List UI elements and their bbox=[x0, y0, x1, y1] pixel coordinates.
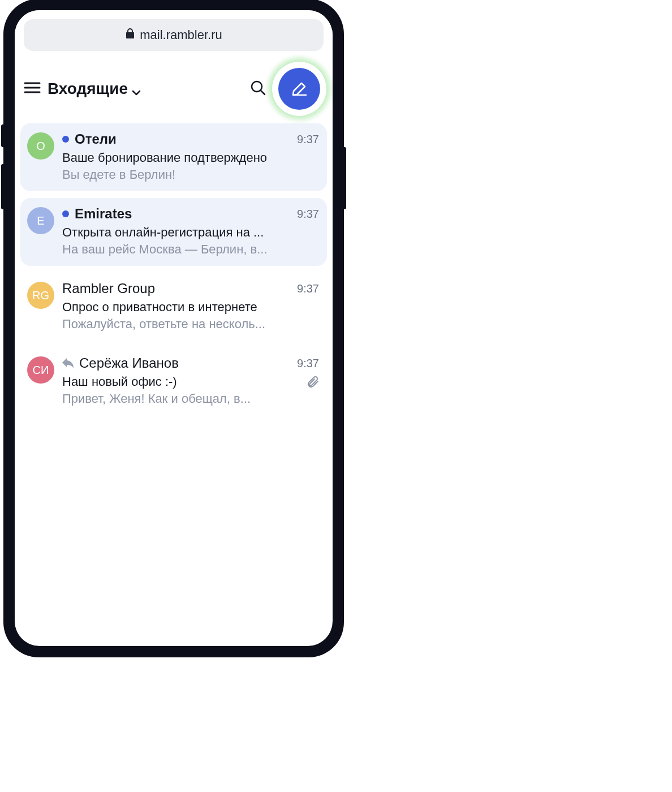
avatar: E bbox=[27, 207, 54, 234]
reply-icon bbox=[62, 358, 74, 368]
message-subject: Ваше бронирование подтверждено bbox=[62, 150, 319, 165]
folder-label: Входящие bbox=[48, 80, 128, 98]
message-subject: Наш новый офис :-) bbox=[62, 375, 319, 389]
subject-text: Открыта онлайн-регистрация на ... bbox=[62, 225, 319, 240]
browser-chrome: mail.rambler.ru bbox=[15, 10, 333, 57]
sender-name: Rambler Group bbox=[62, 281, 155, 296]
lock-icon bbox=[125, 28, 135, 42]
message-preview: Пожалуйста, ответьте на несколь... bbox=[62, 317, 319, 332]
sender-name: Серёжа Иванов bbox=[79, 355, 179, 371]
sender-name: Отели bbox=[75, 131, 117, 147]
address-url: mail.rambler.ru bbox=[140, 28, 222, 42]
message-body: Rambler Group9:37Опрос о приватности в и… bbox=[62, 281, 319, 332]
subject-text: Наш новый офис :-) bbox=[62, 375, 301, 389]
message-body: Отели9:37Ваше бронирование подтвержденоВ… bbox=[62, 131, 319, 182]
folder-selector[interactable]: Входящие bbox=[48, 80, 141, 98]
phone-frame: mail.rambler.ru Входящие bbox=[5, 0, 343, 656]
message-preview: На ваш рейс Москва — Берлин, в... bbox=[62, 242, 319, 257]
compose-highlight bbox=[275, 64, 324, 113]
phone-side-button bbox=[1, 124, 5, 147]
message-row[interactable]: EEmirates9:37Открыта онлайн-регистрация … bbox=[20, 198, 327, 266]
avatar: RG bbox=[27, 282, 54, 309]
attachment-icon bbox=[307, 376, 319, 388]
search-icon bbox=[250, 80, 266, 98]
message-time: 9:37 bbox=[297, 357, 319, 370]
avatar: СИ bbox=[27, 356, 54, 384]
message-time: 9:37 bbox=[297, 133, 319, 146]
message-row[interactable]: СИСерёжа Иванов9:37Наш новый офис :-)При… bbox=[20, 347, 327, 415]
phone-side-button bbox=[343, 147, 346, 209]
unread-dot-icon bbox=[62, 210, 69, 217]
avatar: O bbox=[27, 132, 54, 160]
message-body: Emirates9:37Открыта онлайн-регистрация н… bbox=[62, 206, 319, 257]
compose-icon bbox=[290, 79, 308, 99]
message-row[interactable]: RGRambler Group9:37Опрос о приватности в… bbox=[20, 273, 327, 341]
message-row[interactable]: OОтели9:37Ваше бронирование подтверждено… bbox=[20, 123, 327, 191]
message-subject: Открыта онлайн-регистрация на ... bbox=[62, 225, 319, 240]
subject-text: Ваше бронирование подтверждено bbox=[62, 150, 319, 165]
menu-button[interactable] bbox=[23, 79, 42, 98]
svg-line-4 bbox=[261, 91, 265, 94]
message-time: 9:37 bbox=[297, 208, 319, 221]
unread-dot-icon bbox=[62, 136, 69, 143]
chevron-down-icon bbox=[131, 84, 141, 94]
screen: mail.rambler.ru Входящие bbox=[15, 10, 333, 646]
message-body: Серёжа Иванов9:37Наш новый офис :-)Приве… bbox=[62, 355, 319, 406]
subject-text: Опрос о приватности в интернете bbox=[62, 300, 319, 315]
message-time: 9:37 bbox=[297, 282, 319, 295]
message-list: OОтели9:37Ваше бронирование подтверждено… bbox=[15, 121, 333, 415]
message-subject: Опрос о приватности в интернете bbox=[62, 300, 319, 315]
phone-side-button bbox=[1, 164, 5, 209]
compose-button[interactable] bbox=[278, 68, 320, 110]
message-preview: Привет, Женя! Как и обещал, в... bbox=[62, 391, 319, 406]
menu-icon bbox=[24, 81, 41, 97]
sender-name: Emirates bbox=[75, 206, 132, 222]
message-preview: Вы едете в Берлин! bbox=[62, 167, 319, 182]
mail-toolbar: Входящие bbox=[15, 57, 333, 121]
address-bar[interactable]: mail.rambler.ru bbox=[24, 19, 324, 51]
